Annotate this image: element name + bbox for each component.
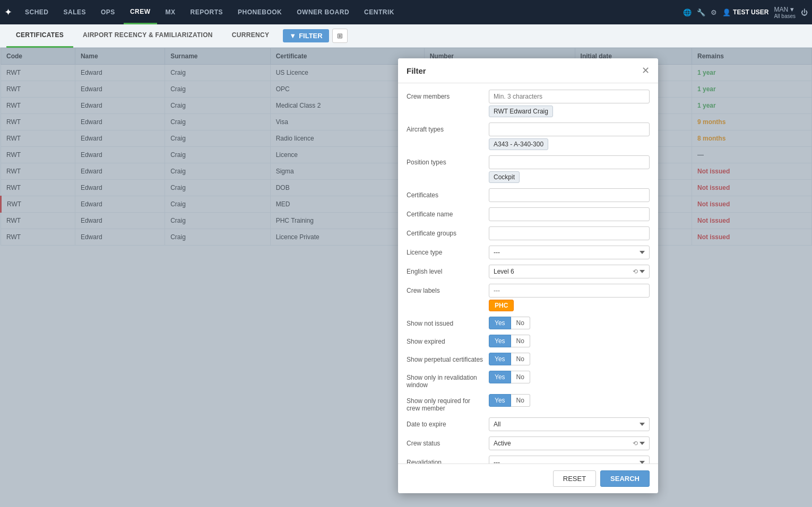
top-nav: ✦ SCHED SALES OPS CREW MX REPORTS PHONEB… [0, 0, 812, 24]
nav-user-info[interactable]: 👤 TEST USER [722, 8, 768, 16]
date-to-expire-label: Date to expire [407, 417, 483, 428]
licence-type-wrap: --- [489, 246, 650, 259]
nav-all-bases: All bases [774, 13, 796, 19]
nav-wrench[interactable]: 🔧 [697, 8, 705, 16]
crew-status-clear-icon[interactable]: ⟲ [633, 440, 638, 447]
english-level-label: English level [407, 265, 483, 275]
show-not-issued-yes[interactable]: Yes [489, 317, 511, 329]
licence-type-row: Licence type --- [407, 246, 650, 259]
app-logo[interactable]: ✦ [4, 6, 12, 18]
globe-icon: 🌐 [683, 8, 692, 16]
show-expired-row: Show expired Yes No [407, 335, 650, 347]
search-button[interactable]: SEARCH [600, 470, 650, 487]
certificate-groups-row: Certificate groups [407, 226, 650, 240]
nav-settings[interactable]: ⚙ [711, 8, 717, 16]
nav-globe[interactable]: 🌐 [683, 8, 692, 16]
certificate-name-input[interactable] [489, 207, 650, 221]
nav-phonebook[interactable]: PHONEBOOK [231, 0, 288, 24]
export-icon: ⊞ [337, 32, 343, 40]
revalidation-select[interactable]: --- [489, 456, 650, 464]
show-only-required-no[interactable]: No [511, 394, 530, 407]
crew-status-label: Crew status [407, 436, 483, 447]
aircraft-types-wrap: A343 - A-340-300 [489, 123, 650, 150]
english-level-clear-icon[interactable]: ⟲ [633, 268, 638, 275]
english-level-select-wrap: Level 6 ⟲ [489, 265, 650, 278]
show-perpetual-yes[interactable]: Yes [489, 353, 511, 365]
show-only-revalidation-yes[interactable]: Yes [489, 371, 511, 383]
crew-status-wrap: Active ⟲ [489, 436, 650, 450]
filter-modal: Filter ✕ Crew members RWT Edward Craig A… [398, 58, 658, 493]
certificate-groups-input[interactable] [489, 226, 650, 240]
crew-labels-row: Crew labels PHC [407, 284, 650, 311]
wrench-icon: 🔧 [697, 8, 705, 16]
nav-ops[interactable]: OPS [94, 0, 122, 24]
show-only-revalidation-label: Show only in revalidation window [407, 371, 483, 389]
nav-sched[interactable]: SCHED [19, 0, 55, 24]
crew-status-select-wrap: Active ⟲ [489, 436, 650, 450]
certificates-wrap [489, 188, 650, 202]
show-only-revalidation-no[interactable]: No [511, 371, 530, 383]
show-only-required-toggle: Yes No [489, 394, 650, 407]
position-types-wrap: Cockpit [489, 155, 650, 183]
show-only-required-row: Show only required for crew member Yes N… [407, 394, 650, 412]
nav-mx[interactable]: MX [159, 0, 182, 24]
crew-labels-input[interactable] [489, 284, 650, 298]
certificates-input[interactable] [489, 188, 650, 202]
show-perpetual-toggle: Yes No [489, 353, 650, 365]
licence-type-select[interactable]: --- [489, 246, 650, 259]
show-perpetual-no[interactable]: No [511, 353, 530, 365]
show-only-required-yes[interactable]: Yes [489, 394, 511, 407]
tab-airport-recency[interactable]: AIRPORT RECENCY & FAMILIARIZATION [73, 24, 222, 48]
show-perpetual-label: Show perpetual certificates [407, 353, 483, 363]
show-expired-yes[interactable]: Yes [489, 335, 511, 347]
crew-status-select[interactable]: Active [489, 436, 650, 450]
english-level-select[interactable]: Level 6 [489, 265, 650, 278]
nav-owner-board[interactable]: OWNER BOARD [290, 0, 356, 24]
sub-tabs: CERTIFICATES AIRPORT RECENCY & FAMILIARI… [0, 24, 812, 48]
nav-crew[interactable]: CREW [124, 0, 157, 24]
aircraft-types-label: Aircraft types [407, 123, 483, 133]
certificates-label: Certificates [407, 188, 483, 199]
show-only-revalidation-wrap: Yes No [489, 371, 650, 383]
date-to-expire-select[interactable]: All [489, 417, 650, 431]
user-icon: 👤 [722, 8, 731, 16]
show-not-issued-no[interactable]: No [511, 317, 530, 329]
show-not-issued-label: Show not issued [407, 317, 483, 327]
export-button[interactable]: ⊞ [332, 29, 348, 43]
show-expired-wrap: Yes No [489, 335, 650, 347]
crew-members-tag: RWT Edward Craig [489, 106, 553, 117]
crew-members-input[interactable] [489, 90, 650, 103]
position-types-tag: Cockpit [489, 171, 520, 183]
nav-reports[interactable]: REPORTS [184, 0, 230, 24]
revalidation-wrap: --- [489, 456, 650, 464]
revalidation-label: Revalidation [407, 456, 483, 464]
show-expired-toggle: Yes No [489, 335, 650, 347]
show-expired-label: Show expired [407, 335, 483, 345]
aircraft-types-row: Aircraft types A343 - A-340-300 [407, 123, 650, 150]
modal-header: Filter ✕ [398, 58, 658, 83]
nav-sales[interactable]: SALES [57, 0, 93, 24]
filter-button[interactable]: ▼ FILTER [283, 29, 329, 42]
aircraft-types-input[interactable] [489, 123, 650, 136]
modal-footer: RESET SEARCH [398, 464, 658, 493]
tab-currency[interactable]: CURRENCY [222, 24, 279, 48]
reset-button[interactable]: RESET [553, 470, 596, 487]
nav-power[interactable]: ⏻ [801, 8, 808, 16]
crew-members-row: Crew members RWT Edward Craig [407, 90, 650, 117]
nav-centrik[interactable]: CENTRIK [358, 0, 401, 24]
crew-members-label: Crew members [407, 90, 483, 100]
crew-labels-wrap: PHC [489, 284, 650, 311]
crew-members-wrap: RWT Edward Craig [489, 90, 650, 117]
english-level-row: English level Level 6 ⟲ [407, 265, 650, 278]
crew-labels-tag: PHC [489, 300, 514, 311]
tab-certificates[interactable]: CERTIFICATES [6, 24, 73, 48]
position-types-input[interactable] [489, 155, 650, 169]
modal-close-button[interactable]: ✕ [642, 66, 650, 75]
certificate-name-label: Certificate name [407, 207, 483, 218]
english-level-wrap: Level 6 ⟲ [489, 265, 650, 278]
nav-man-group[interactable]: MAN ▾ All bases [774, 5, 796, 19]
revalidation-row: Revalidation --- [407, 456, 650, 464]
filter-button-label: FILTER [299, 32, 323, 40]
show-expired-no[interactable]: No [511, 335, 530, 347]
position-types-label: Position types [407, 155, 483, 166]
